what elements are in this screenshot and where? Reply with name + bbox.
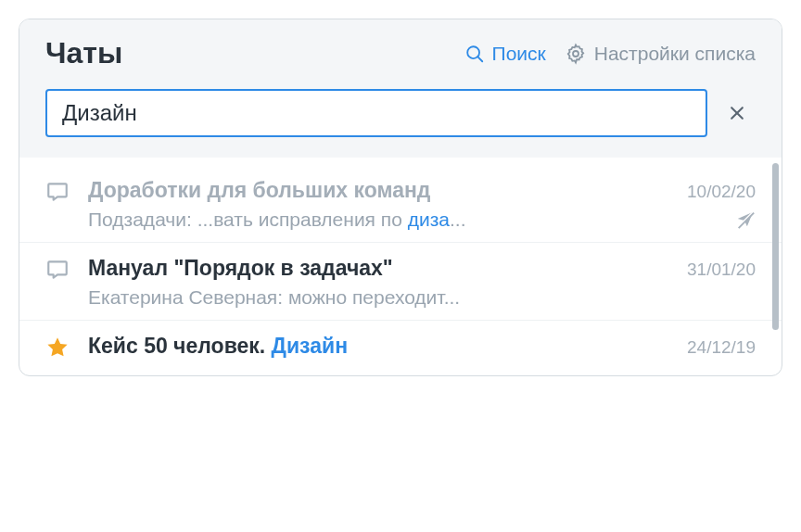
search-input[interactable] [45,89,707,137]
clear-search-button[interactable] [724,100,750,126]
chats-panel: Чаты Поиск Настройки списка [19,19,782,376]
chat-subtitle: Екатерина Северная: можно переходит... [88,286,460,309]
chat-icon [45,256,71,309]
chat-item-body: Доработки для больших команд 10/02/20 По… [88,178,756,231]
page-title: Чаты [45,36,122,70]
chat-item[interactable]: Мануал "Порядок в задачах" 31/01/20 Екат… [19,243,782,321]
chat-item-body: Кейс 50 человек. Дизайн 24/12/19 [88,334,756,364]
settings-link-label: Настройки списка [594,43,756,65]
chat-item[interactable]: Доработки для больших команд 10/02/20 По… [19,165,782,243]
chat-title: Доработки для больших команд [88,178,430,203]
chat-title: Кейс 50 человек. Дизайн [88,334,348,359]
muted-icon [735,209,756,230]
chats-header: Чаты Поиск Настройки списка [19,19,782,158]
gear-icon [565,43,587,65]
settings-link[interactable]: Настройки списка [565,43,756,65]
search-link[interactable]: Поиск [464,43,546,65]
chat-date: 10/02/20 [687,182,756,202]
chat-item-body: Мануал "Порядок в задачах" 31/01/20 Екат… [88,256,756,309]
scrollbar[interactable] [772,163,779,330]
header-top: Чаты Поиск Настройки списка [45,36,756,70]
svg-line-5 [738,212,754,228]
chat-date: 24/12/19 [687,337,756,358]
close-icon [728,104,746,122]
chat-subtitle: Подзадачи: ...вать исправления по диза..… [88,209,466,231]
star-icon [45,334,71,364]
chat-date: 31/01/20 [687,260,756,280]
search-icon [464,44,485,64]
svg-line-1 [477,57,482,61]
svg-point-2 [573,51,578,57]
chat-list: Доработки для больших команд 10/02/20 По… [19,158,782,375]
header-actions: Поиск Настройки списка [464,43,756,65]
chat-icon [45,178,71,231]
search-link-label: Поиск [492,43,546,65]
chat-item[interactable]: Кейс 50 человек. Дизайн 24/12/19 [19,321,782,375]
search-row [45,89,756,158]
chat-title: Мануал "Порядок в задачах" [88,256,393,281]
